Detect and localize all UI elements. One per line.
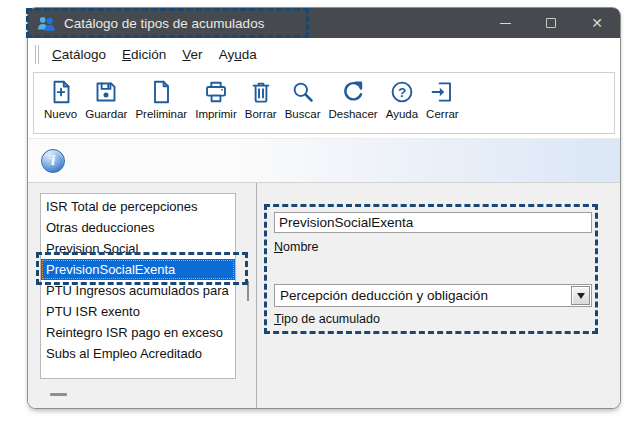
maximize-button[interactable] — [528, 8, 574, 38]
titlebar: Catálogo de tipos de acumulados ✕ — [28, 8, 620, 38]
list-item[interactable]: PrevisionSocialExenta — [41, 259, 235, 280]
print-icon — [203, 79, 229, 105]
toolbar-button-borrar[interactable]: Borrar — [242, 78, 280, 121]
list-item[interactable]: PTU ISR exento — [41, 301, 235, 322]
list-item[interactable]: Subs al Empleo Acreditado — [41, 343, 235, 364]
list-item[interactable]: PTU Ingresos acumulados para — [41, 280, 235, 301]
menu-item-catalogo[interactable]: Catálogo — [44, 43, 114, 66]
infobar: i — [28, 138, 620, 183]
minimize-button[interactable] — [482, 8, 528, 38]
nombre-label: Nombre — [274, 240, 318, 254]
accumulated-types-list[interactable]: ISR Total de percepcionesOtras deduccion… — [40, 193, 236, 379]
menu-item-edicion[interactable]: Edición — [114, 43, 174, 66]
menu-item-ver[interactable]: Ver — [174, 43, 210, 66]
undo-icon — [340, 79, 366, 105]
exit-icon — [429, 79, 455, 105]
tipo-acumulado-dropdown[interactable]: Percepción deducción y obligación — [274, 284, 592, 307]
detail-pane: Nombre Percepción deducción y obligación… — [256, 183, 620, 408]
dropdown-button[interactable] — [571, 286, 590, 305]
maximize-icon — [546, 18, 556, 28]
info-icon: i — [41, 149, 65, 173]
toolbar: Nuevo Guardar Preliminar Imprimir Borrar… — [33, 72, 615, 134]
help-icon: ? — [389, 79, 415, 105]
preview-document-icon — [148, 79, 174, 105]
dropdown-selected-value: Percepción deducción y obligación — [275, 288, 571, 303]
toolbar-gripper-icon — [35, 45, 39, 64]
svg-text:?: ? — [398, 85, 406, 100]
list-item[interactable]: Prevision Social — [41, 238, 235, 259]
list-item[interactable]: ISR Total de percepciones — [41, 196, 235, 217]
toolbar-area: Nuevo Guardar Preliminar Imprimir Borrar… — [28, 70, 620, 138]
toolbar-button-imprimir[interactable]: Imprimir — [192, 78, 240, 121]
search-icon — [290, 79, 316, 105]
toolbar-button-preliminar[interactable]: Preliminar — [132, 78, 190, 121]
toolbar-button-deshacer[interactable]: Deshacer — [325, 78, 380, 121]
toolbar-button-guardar[interactable]: Guardar — [82, 78, 130, 121]
toolbar-button-buscar[interactable]: Buscar — [282, 78, 324, 121]
content: ISR Total de percepcionesOtras deduccion… — [28, 183, 620, 408]
window-controls: ✕ — [482, 8, 620, 38]
new-document-icon — [48, 79, 74, 105]
save-icon — [93, 79, 119, 105]
toolbar-button-nuevo[interactable]: Nuevo — [41, 78, 80, 121]
minimize-icon — [500, 23, 511, 24]
list-item[interactable]: Otras deducciones — [41, 217, 235, 238]
list-item[interactable]: Reintegro ISR pago en exceso — [41, 322, 235, 343]
toolbar-button-cerrar[interactable]: Cerrar — [423, 78, 462, 121]
toolbar-button-ayuda[interactable]: ? Ayuda — [383, 78, 421, 121]
menu-item-ayuda[interactable]: Ayuda — [211, 43, 265, 66]
close-icon: ✕ — [591, 15, 603, 31]
close-button[interactable]: ✕ — [574, 8, 620, 38]
app-window: Catálogo de tipos de acumulados ✕ Catálo… — [28, 8, 620, 408]
nombre-input[interactable] — [274, 212, 592, 233]
list-pane: ISR Total de percepcionesOtras deduccion… — [28, 183, 256, 408]
vertical-scrollbar-thumb[interactable] — [247, 281, 249, 301]
trash-icon — [248, 79, 274, 105]
people-icon — [37, 15, 56, 32]
tipo-acumulado-label: Tipo de acumulado — [274, 312, 380, 326]
horizontal-scrollbar-thumb[interactable] — [50, 393, 67, 396]
menubar: CatálogoEdiciónVerAyuda — [28, 38, 620, 70]
window-title: Catálogo de tipos de acumulados — [64, 16, 482, 31]
chevron-down-icon — [577, 293, 585, 299]
